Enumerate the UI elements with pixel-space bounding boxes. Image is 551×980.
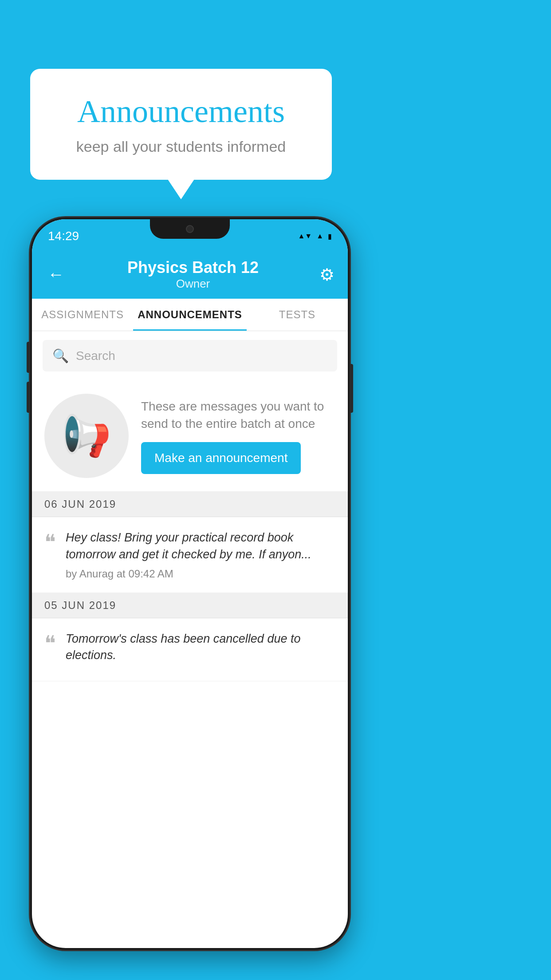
megaphone-circle: 📢 <box>44 394 129 478</box>
tab-assignments[interactable]: ASSIGNMENTS <box>32 299 133 331</box>
speech-bubble-wrapper: Announcements keep all your students inf… <box>30 69 332 180</box>
power-button[interactable] <box>350 364 353 413</box>
quote-icon-1: ❝ <box>44 532 56 553</box>
announcement-content-2: Tomorrow's class has been cancelled due … <box>66 631 335 669</box>
phone-wrapper: 14:29 ▲▼ ▲ ▮ ← Physics Batch 12 Owner ⚙ … <box>30 217 350 950</box>
volume-down-button[interactable] <box>27 382 30 413</box>
date-separator-1: 06 JUN 2019 <box>32 492 348 517</box>
notch <box>150 219 230 239</box>
bubble-subtitle: keep all your students informed <box>57 138 305 155</box>
bubble-title: Announcements <box>57 93 305 130</box>
status-icons: ▲▼ ▲ ▮ <box>298 232 332 241</box>
batch-title: Physics Batch 12 <box>67 258 319 277</box>
announcement-prompt: 📢 These are messages you want to send to… <box>32 380 348 492</box>
tab-tests[interactable]: TESTS <box>247 299 348 331</box>
volume-up-button[interactable] <box>27 342 30 373</box>
phone-frame: 14:29 ▲▼ ▲ ▮ ← Physics Batch 12 Owner ⚙ … <box>30 217 350 950</box>
batch-subtitle: Owner <box>67 277 319 291</box>
battery-icon: ▮ <box>328 232 332 241</box>
wifi-icon: ▲▼ <box>298 232 312 240</box>
search-placeholder: Search <box>76 349 115 363</box>
announcement-text-2: Tomorrow's class has been cancelled due … <box>66 631 335 664</box>
camera-dot <box>186 225 194 233</box>
announcement-item-2[interactable]: ❝ Tomorrow's class has been cancelled du… <box>32 618 348 682</box>
speech-bubble: Announcements keep all your students inf… <box>30 69 332 180</box>
back-button[interactable]: ← <box>45 263 67 286</box>
tabs-bar: ASSIGNMENTS ANNOUNCEMENTS TESTS <box>32 299 348 331</box>
settings-button[interactable]: ⚙ <box>319 265 335 285</box>
tab-announcements[interactable]: ANNOUNCEMENTS <box>133 299 247 331</box>
prompt-description: These are messages you want to send to t… <box>141 398 335 432</box>
header-title-block: Physics Batch 12 Owner <box>67 258 319 291</box>
announcement-text-1: Hey class! Bring your practical record b… <box>66 530 335 563</box>
announcement-content-1: Hey class! Bring your practical record b… <box>66 530 335 580</box>
announcement-meta-1: by Anurag at 09:42 AM <box>66 568 335 580</box>
search-icon: 🔍 <box>52 348 69 364</box>
app-header: ← Physics Batch 12 Owner ⚙ <box>32 249 348 299</box>
make-announcement-button[interactable]: Make an announcement <box>141 442 301 474</box>
search-container: 🔍 Search <box>32 331 348 380</box>
announcement-item-1[interactable]: ❝ Hey class! Bring your practical record… <box>32 517 348 593</box>
date-separator-2: 05 JUN 2019 <box>32 593 348 618</box>
signal-icon: ▲ <box>316 232 323 240</box>
status-time: 14:29 <box>48 229 79 243</box>
search-box[interactable]: 🔍 Search <box>43 340 337 371</box>
quote-icon-2: ❝ <box>44 633 56 654</box>
megaphone-icon: 📢 <box>62 413 111 459</box>
prompt-right: These are messages you want to send to t… <box>141 398 335 474</box>
phone-screen: 14:29 ▲▼ ▲ ▮ ← Physics Batch 12 Owner ⚙ … <box>32 219 348 948</box>
